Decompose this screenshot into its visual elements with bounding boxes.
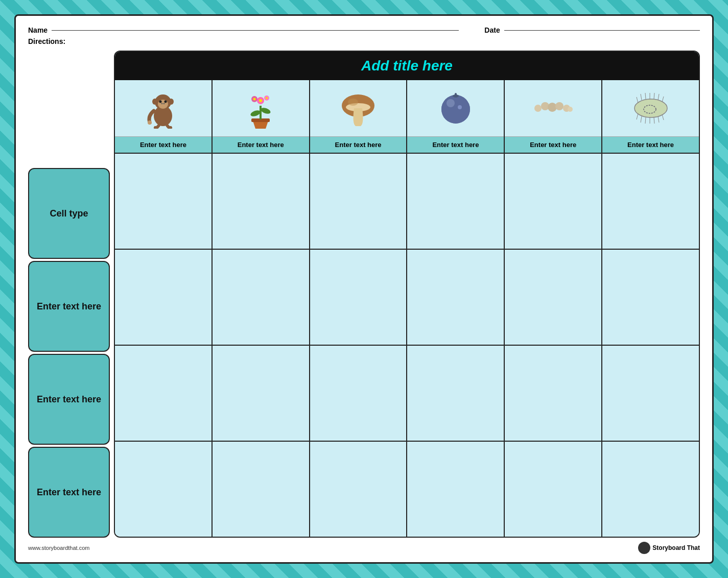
date-section: Date (484, 26, 700, 34)
col-0: Enter text here (115, 80, 213, 153)
svg-line-37 (637, 97, 638, 103)
footer: www.storyboardthat.com Storyboard That (28, 542, 700, 554)
col-2-label[interactable]: Enter text here (310, 136, 407, 153)
col-3: Enter text here (407, 80, 505, 153)
data-cell-0-2[interactable] (310, 154, 408, 249)
col-4-label[interactable]: Enter text here (505, 136, 601, 153)
svg-point-3 (159, 101, 162, 103)
svg-point-13 (260, 107, 271, 115)
svg-line-41 (654, 93, 654, 99)
svg-point-19 (266, 97, 268, 99)
data-cell-1-1[interactable] (213, 250, 310, 345)
name-line (52, 30, 459, 31)
svg-line-42 (658, 94, 659, 100)
data-cell-3-2[interactable] (310, 442, 408, 537)
col-1: Enter text here (213, 80, 310, 153)
svg-point-15 (259, 99, 262, 102)
row-label-0[interactable]: Cell type (28, 168, 110, 259)
data-row-1 (115, 250, 699, 346)
name-label: Name (28, 26, 48, 34)
title-bar[interactable]: Add title here (115, 52, 699, 80)
left-spacer (28, 51, 110, 168)
svg-point-32 (555, 102, 563, 110)
svg-line-45 (641, 116, 642, 123)
svg-point-9 (148, 121, 152, 125)
svg-point-22 (348, 99, 358, 106)
flower-plant-icon (240, 88, 281, 129)
data-row-2 (115, 346, 699, 442)
data-rows (115, 154, 699, 537)
data-cell-0-0[interactable] (115, 154, 213, 249)
svg-point-28 (458, 105, 462, 109)
svg-line-49 (658, 116, 659, 123)
data-cell-2-0[interactable] (115, 346, 213, 441)
svg-point-29 (534, 105, 542, 112)
data-cell-3-3[interactable] (407, 442, 505, 537)
data-cell-1-0[interactable] (115, 250, 213, 345)
data-cell-2-1[interactable] (213, 346, 310, 441)
date-line (504, 30, 700, 31)
row-label-3[interactable]: Enter text here (28, 447, 110, 538)
svg-rect-27 (455, 93, 457, 96)
data-cell-2-2[interactable] (310, 346, 408, 441)
berry-icon (435, 88, 476, 129)
data-row-0 (115, 154, 699, 250)
page: Name Date Directions: Cell type Enter te… (14, 14, 714, 564)
data-cell-0-1[interactable] (213, 154, 310, 249)
svg-point-5 (161, 103, 163, 104)
data-cell-0-4[interactable] (505, 154, 602, 249)
svg-line-39 (645, 93, 646, 99)
mushroom-icon (338, 88, 379, 129)
col-5-label[interactable]: Enter text here (602, 136, 699, 153)
data-cell-1-2[interactable] (310, 250, 408, 345)
left-labels: Cell type Enter text here Enter text her… (28, 51, 110, 538)
col-2-image (310, 80, 407, 136)
data-cell-0-5[interactable] (602, 154, 699, 249)
svg-point-7 (152, 99, 157, 105)
data-cell-2-5[interactable] (602, 346, 699, 441)
data-cell-2-3[interactable] (407, 346, 505, 441)
svg-line-38 (641, 94, 642, 100)
col-1-label[interactable]: Enter text here (213, 136, 309, 153)
svg-line-46 (645, 117, 646, 124)
data-cell-3-1[interactable] (213, 442, 310, 537)
name-section: Name (28, 26, 459, 34)
data-cell-0-3[interactable] (407, 154, 505, 249)
data-cell-3-5[interactable] (602, 442, 699, 537)
col-0-label[interactable]: Enter text here (115, 136, 212, 153)
svg-point-4 (165, 101, 167, 103)
logo-icon (638, 542, 650, 554)
bacteria-icon (533, 88, 574, 129)
svg-point-12 (250, 109, 261, 117)
svg-point-8 (169, 99, 174, 105)
col-0-image (115, 80, 212, 136)
chimp-icon (143, 88, 183, 129)
data-cell-1-5[interactable] (602, 250, 699, 345)
logo-text: Storyboard That (652, 544, 700, 551)
col-3-label[interactable]: Enter text here (407, 136, 504, 153)
col-5: Enter text here (602, 80, 699, 153)
date-label: Date (484, 26, 500, 34)
footer-url: www.storyboardthat.com (28, 545, 89, 551)
data-cell-3-0[interactable] (115, 442, 213, 537)
data-cell-2-4[interactable] (505, 346, 602, 441)
data-row-3 (115, 442, 699, 537)
svg-line-44 (637, 113, 638, 119)
row-label-1[interactable]: Enter text here (28, 261, 110, 352)
protozoa-icon (630, 88, 671, 129)
data-cell-1-4[interactable] (505, 250, 602, 345)
col-4: Enter text here (505, 80, 602, 153)
data-cell-3-4[interactable] (505, 442, 602, 537)
svg-line-43 (662, 97, 664, 102)
svg-point-6 (163, 103, 165, 104)
row-label-2[interactable]: Enter text here (28, 354, 110, 445)
col-5-image (602, 80, 699, 136)
svg-line-48 (654, 117, 654, 124)
col-2: Enter text here (310, 80, 408, 153)
svg-point-34 (568, 107, 573, 112)
svg-point-25 (447, 99, 455, 107)
col-4-image (505, 80, 601, 136)
title-text: Add title here (361, 58, 453, 74)
data-cell-1-3[interactable] (407, 250, 505, 345)
footer-logo: Storyboard That (638, 542, 700, 554)
